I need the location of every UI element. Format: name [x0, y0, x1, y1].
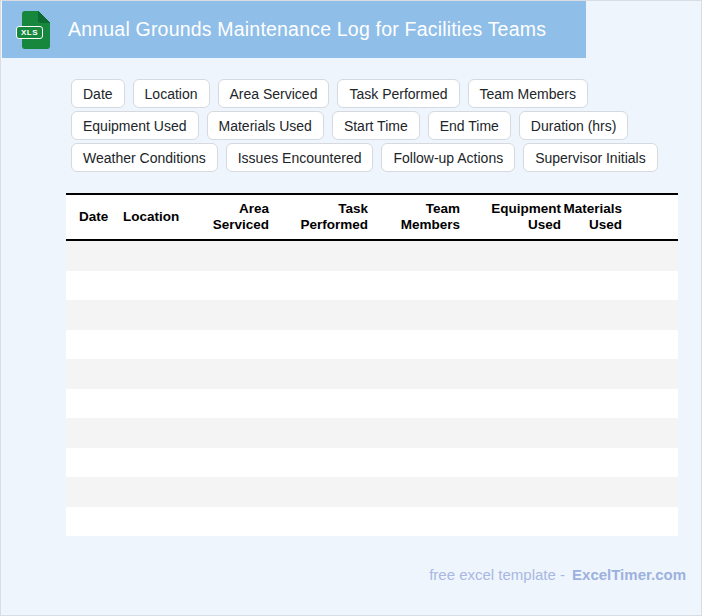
- title-banner: XLS Annual Grounds Maintenance Log for F…: [2, 1, 586, 58]
- chip-row-2: Equipment Used Materials Used Start Time…: [71, 111, 658, 140]
- folded-corner-icon: [38, 11, 50, 23]
- chip-weather-conditions[interactable]: Weather Conditions: [71, 143, 218, 172]
- table-header-equipment-used: Equipment Used: [460, 201, 561, 233]
- table-row: [66, 241, 678, 271]
- table-header-team-members: Team Members: [368, 201, 460, 233]
- chip-date[interactable]: Date: [71, 79, 125, 108]
- chip-supervisor-initials[interactable]: Supervisor Initials: [523, 143, 658, 172]
- chip-row-3: Weather Conditions Issues Encountered Fo…: [71, 143, 658, 172]
- table-header-date: Date: [79, 209, 123, 225]
- chip-task-performed[interactable]: Task Performed: [337, 79, 459, 108]
- chip-row-1: Date Location Area Serviced Task Perform…: [71, 79, 658, 108]
- footer-tagline: free excel template -: [429, 566, 565, 583]
- table-header-materials-used: Materials Used: [561, 201, 622, 233]
- footer: free excel template -ExcelTimer.com: [1, 566, 686, 583]
- chip-follow-up-actions[interactable]: Follow-up Actions: [381, 143, 515, 172]
- chip-equipment-used[interactable]: Equipment Used: [71, 111, 199, 140]
- chip-team-members[interactable]: Team Members: [468, 79, 588, 108]
- table-row: [66, 418, 678, 448]
- table-row: [66, 271, 678, 301]
- table-header-task-performed: Task Performed: [269, 201, 368, 233]
- chip-issues-encountered[interactable]: Issues Encountered: [226, 143, 374, 172]
- table-header-area-serviced: Area Serviced: [191, 201, 269, 233]
- table-header-location: Location: [123, 209, 191, 225]
- chip-location[interactable]: Location: [133, 79, 210, 108]
- table-header-row: Date Location Area Serviced Task Perform…: [66, 193, 678, 241]
- log-table: Date Location Area Serviced Task Perform…: [66, 193, 678, 536]
- table-row: [66, 359, 678, 389]
- column-chip-list: Date Location Area Serviced Task Perform…: [71, 79, 658, 175]
- table-body: [66, 241, 678, 536]
- table-row: [66, 448, 678, 478]
- table-row: [66, 477, 678, 507]
- chip-area-serviced[interactable]: Area Serviced: [218, 79, 330, 108]
- table-row: [66, 330, 678, 360]
- table-row: [66, 300, 678, 330]
- template-preview-page: XLS Annual Grounds Maintenance Log for F…: [0, 0, 702, 616]
- table-row: [66, 507, 678, 537]
- chip-start-time[interactable]: Start Time: [332, 111, 420, 140]
- chip-duration-hrs[interactable]: Duration (hrs): [519, 111, 629, 140]
- footer-brand-link[interactable]: ExcelTimer.com: [572, 566, 686, 583]
- xls-file-icon: XLS: [21, 10, 51, 50]
- chip-materials-used[interactable]: Materials Used: [207, 111, 324, 140]
- page-title: Annual Grounds Maintenance Log for Facil…: [68, 18, 546, 41]
- chip-end-time[interactable]: End Time: [428, 111, 511, 140]
- table-row: [66, 389, 678, 419]
- xls-badge: XLS: [16, 26, 43, 39]
